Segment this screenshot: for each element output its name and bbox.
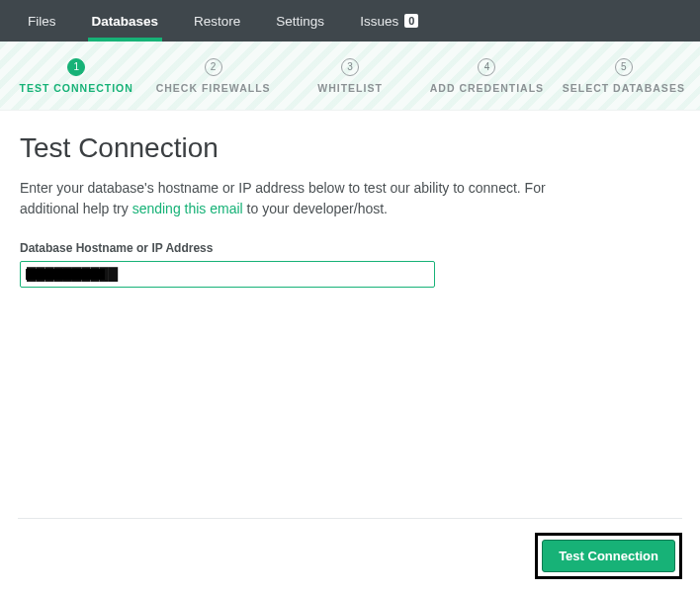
step-select-databases[interactable]: 5 SELECT DATABASES [556,58,692,94]
nav-files[interactable]: Files [10,0,74,42]
main-content: Test Connection Enter your database's ho… [0,111,700,288]
page-description: Enter your database's hostname or IP add… [20,178,573,219]
page-title: Test Connection [20,132,680,164]
nav-issues[interactable]: Issues 0 [342,0,436,42]
highlighted-action: Test Connection [535,533,682,579]
nav-settings-label: Settings [276,14,324,29]
step-label: SELECT DATABASES [563,82,685,94]
steps-bar: 1 TEST CONNECTION 2 CHECK FIREWALLS 3 WH… [0,42,700,111]
step-label: ADD CREDENTIALS [430,82,544,94]
issues-count-badge: 0 [404,14,418,28]
nav-settings[interactable]: Settings [258,0,342,42]
step-label: TEST CONNECTION [20,82,133,94]
step-add-credentials[interactable]: 4 ADD CREDENTIALS [418,58,555,94]
step-circle-icon: 1 [67,58,85,76]
step-check-firewalls[interactable]: 2 CHECK FIREWALLS [144,58,281,94]
top-nav: Files Databases Restore Settings Issues … [0,0,700,42]
hostname-label: Database Hostname or IP Address [20,241,680,255]
step-circle-icon: 5 [615,58,633,76]
step-test-connection[interactable]: 1 TEST CONNECTION [8,58,144,94]
footer-separator [18,518,682,519]
send-email-link[interactable]: sending this email [132,201,243,216]
step-circle-icon: 4 [478,58,495,76]
step-whitelist[interactable]: 3 WHITELIST [282,58,418,94]
redacted-value [26,269,105,280]
nav-issues-label: Issues [360,14,398,29]
step-circle-icon: 3 [341,58,359,76]
test-connection-button[interactable]: Test Connection [542,540,675,572]
nav-files-label: Files [28,14,56,29]
desc-post: to your developer/host. [243,201,388,216]
nav-restore-label: Restore [194,14,240,29]
nav-databases-label: Databases [92,14,159,29]
step-circle-icon: 2 [205,58,222,76]
nav-databases[interactable]: Databases [74,0,177,42]
step-label: CHECK FIREWALLS [156,82,271,94]
step-label: WHITELIST [317,82,383,94]
footer: Test Connection [18,518,682,579]
nav-restore[interactable]: Restore [176,0,258,42]
